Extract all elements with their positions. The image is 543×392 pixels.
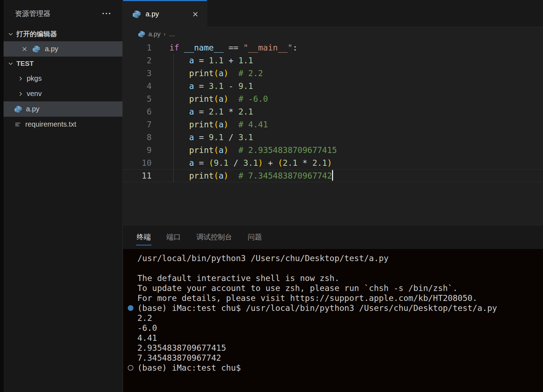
terminal-text: /usr/local/bin/python3 /Users/chu/Deskto…: [137, 254, 389, 263]
editor-tab-bar: a.py: [123, 0, 543, 27]
code-text: print(a) # -6.0: [169, 92, 268, 105]
line-number: 4: [123, 80, 152, 92]
editor-group: a.py a.py › … 1if __name__ == "__main__"…: [123, 0, 543, 392]
close-editor-button[interactable]: [21, 46, 28, 52]
workspace-section-header[interactable]: TEST: [4, 57, 122, 71]
terminal-text: 7.345483870967742: [137, 353, 221, 362]
tab-a-py[interactable]: a.py: [123, 0, 207, 27]
code-text: a = (9.1 / 3.1) + (2.1 * 2.1): [169, 157, 332, 169]
line-number: 5: [123, 92, 152, 105]
tree-item-label: venv: [27, 90, 42, 98]
tree-item-label: a.py: [26, 105, 39, 113]
code-line[interactable]: 3 print(a) # 2.2: [123, 67, 543, 80]
open-editors-label: 打开的编辑器: [16, 30, 57, 39]
code-text: print(a) # 2.2: [169, 67, 263, 80]
code-text: a = 3.1 - 9.1: [169, 80, 253, 92]
panel-tab-bar: 终端 端口 调试控制台 问题: [123, 225, 543, 249]
open-editor-item-label: a.py: [45, 45, 58, 53]
explorer-sidebar: 资源管理器 打开的编辑器 a.py TEST pkgs: [4, 0, 123, 392]
code-line[interactable]: 5 print(a) # -6.0: [123, 92, 543, 105]
explorer-header: 资源管理器: [4, 0, 122, 27]
code-line[interactable]: 4 a = 3.1 - 9.1: [123, 80, 543, 92]
open-editor-item-a-py[interactable]: a.py: [4, 41, 122, 57]
python-file-icon: [132, 10, 141, 18]
tree-item-pkgs[interactable]: pkgs: [4, 71, 122, 86]
terminal-line: 2.2: [123, 313, 543, 323]
python-file-icon: [14, 105, 22, 113]
breadcrumb-file[interactable]: a.py: [148, 31, 160, 38]
breadcrumb-separator-icon: ›: [164, 31, 165, 37]
code-line[interactable]: 10 a = (9.1 / 3.1) + (2.1 * 2.1): [123, 157, 543, 169]
terminal-text: -6.0: [137, 323, 157, 333]
terminal-line: To update your account to use zsh, pleas…: [123, 283, 543, 293]
more-actions-button[interactable]: [100, 11, 112, 16]
tree-item-requirements-txt[interactable]: requirements.txt: [4, 117, 122, 132]
terminal-line: -6.0: [123, 323, 543, 333]
panel-tab-terminal[interactable]: 终端: [137, 225, 151, 249]
workspace-name-label: TEST: [16, 60, 34, 68]
code-text: a = 9.1 / 3.1: [169, 131, 253, 144]
code-line[interactable]: 7 print(a) # 4.41: [123, 118, 543, 131]
explorer-title: 资源管理器: [15, 9, 51, 18]
python-file-icon: [32, 45, 40, 53]
terminal-line: The default interactive shell is now zsh…: [123, 273, 543, 283]
line-number: 1: [123, 41, 152, 54]
code-editor[interactable]: a.py › … 1if __name__ == "__main__":2 a …: [123, 27, 543, 182]
line-number: 8: [123, 131, 152, 144]
terminal-line: (base) iMac:test chu$ /usr/local/bin/pyt…: [123, 303, 543, 313]
line-number: 6: [123, 105, 152, 118]
code-text: a = 2.1 * 2.1: [169, 105, 253, 118]
tree-item-label: pkgs: [27, 74, 42, 83]
terminal-line: [123, 263, 543, 273]
code-text: print(a) # 4.41: [169, 118, 268, 131]
breadcrumb[interactable]: a.py › …: [123, 27, 543, 41]
code-line[interactable]: 2 a = 1.1 + 1.1: [123, 54, 543, 67]
tab-label: a.py: [146, 10, 159, 18]
terminal-line: 7.345483870967742: [123, 353, 543, 363]
code-area[interactable]: 1if __name__ == "__main__":2 a = 1.1 + 1…: [123, 41, 543, 182]
chevron-down-icon: [8, 61, 14, 67]
code-line[interactable]: 8 a = 9.1 / 3.1: [123, 131, 543, 144]
code-line[interactable]: 9 print(a) # 2.9354838709677415: [123, 144, 543, 157]
text-cursor: [332, 170, 333, 181]
code-text: print(a) # 2.9354838709677415: [169, 144, 337, 157]
bottom-panel: 终端 端口 调试控制台 问题 /usr/local/bin/python3 /U…: [123, 225, 543, 392]
breadcrumb-symbol[interactable]: …: [169, 31, 175, 38]
code-text: print(a) # 7.345483870967742: [169, 169, 333, 182]
terminal-text: The default interactive shell is now zsh…: [137, 274, 339, 283]
text-file-icon: [14, 121, 21, 128]
tab-close-button[interactable]: [190, 9, 200, 19]
code-text: a = 1.1 + 1.1: [169, 54, 253, 67]
panel-tab-debug-console[interactable]: 调试控制台: [196, 225, 232, 249]
terminal-text: 4.41: [137, 333, 157, 343]
tree-item-label: requirements.txt: [25, 120, 76, 128]
chevron-right-icon: [18, 76, 23, 81]
open-editors-section-header[interactable]: 打开的编辑器: [4, 27, 122, 41]
terminal-line: /usr/local/bin/python3 /Users/chu/Deskto…: [123, 253, 543, 263]
terminal-text: For more details, please visit https://s…: [137, 293, 477, 303]
terminal-text: (base) iMac:test chu$: [137, 363, 241, 372]
terminal-text: 2.9354838709677415: [137, 343, 226, 353]
code-line[interactable]: 11 print(a) # 7.345483870967742: [123, 169, 543, 182]
line-number: 9: [123, 144, 152, 157]
code-text: if __name__ == "__main__":: [169, 41, 297, 54]
ellipsis-icon: [102, 13, 104, 14]
panel-tab-ports[interactable]: 端口: [167, 225, 181, 249]
command-decoration-icon[interactable]: [128, 365, 133, 371]
python-file-icon: [138, 31, 145, 38]
code-lines: 1if __name__ == "__main__":2 a = 1.1 + 1…: [123, 41, 543, 182]
line-number: 2: [123, 54, 152, 67]
panel-tab-problems[interactable]: 问题: [248, 225, 262, 249]
line-number: 7: [123, 118, 152, 131]
code-line[interactable]: 1if __name__ == "__main__":: [123, 41, 543, 54]
terminal-output[interactable]: /usr/local/bin/python3 /Users/chu/Deskto…: [123, 249, 543, 392]
tree-item-a-py[interactable]: a.py: [4, 101, 122, 117]
window-left-edge: [0, 0, 4, 392]
terminal-line: For more details, please visit https://s…: [123, 293, 543, 303]
terminal-line: 4.41: [123, 333, 543, 343]
terminal-text: 2.2: [137, 313, 152, 323]
code-line[interactable]: 6 a = 2.1 * 2.1: [123, 105, 543, 118]
tree-item-venv[interactable]: venv: [4, 86, 122, 101]
command-decoration-icon[interactable]: [128, 305, 133, 311]
chevron-right-icon: [18, 91, 23, 97]
